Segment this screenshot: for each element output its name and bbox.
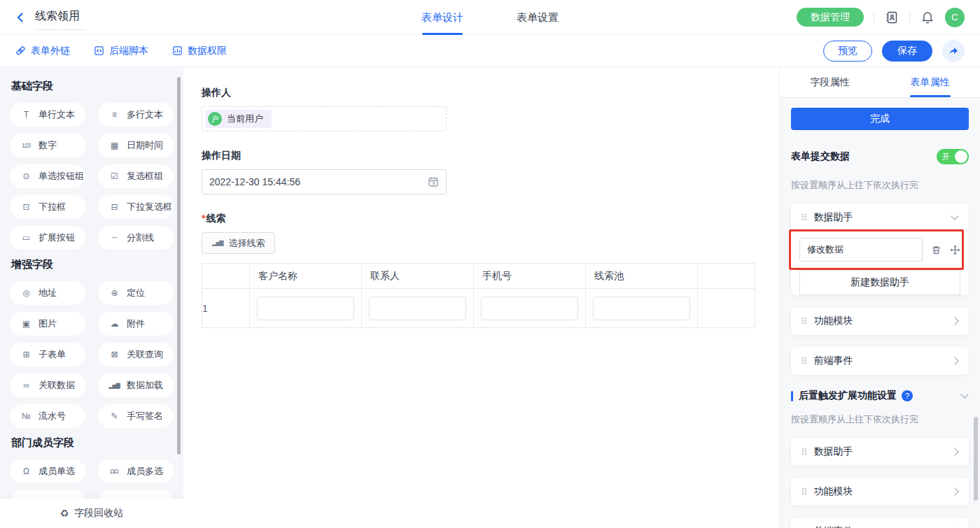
field-item-address[interactable]: ◎地址 (10, 281, 85, 305)
post-trigger-section-header[interactable]: 后置触发扩展功能设置 ? (791, 390, 969, 402)
field-item-label: 复选框组 (127, 170, 163, 183)
field-item-label: 数字 (38, 139, 57, 152)
help-icon[interactable]: ? (902, 390, 913, 401)
submit-data-toggle[interactable]: 开 (937, 149, 969, 164)
field-item-data-load[interactable]: ▂▅▇数据加载 (98, 373, 174, 397)
move-icon[interactable] (949, 244, 960, 255)
field-recycle-bin[interactable]: ♻ 字段回收站 (0, 499, 183, 528)
tab-field-properties[interactable]: 字段属性 (780, 67, 880, 97)
post-data-assistant-header[interactable]: ⠿ 数据助手 (791, 438, 969, 466)
field-item-linked-data[interactable]: ∞关联数据 (10, 373, 85, 397)
calendar-icon[interactable] (428, 176, 439, 187)
section-accent-bar (791, 391, 793, 401)
field-item-datetime[interactable]: ▦日期时间 (98, 134, 174, 157)
tab-form-settings[interactable]: 表单设置 (517, 0, 559, 35)
date-label: 操作日期 (202, 150, 779, 162)
tab-form-properties[interactable]: 表单属性 (880, 67, 980, 97)
drag-handle-icon[interactable]: ⠿ (801, 447, 808, 457)
table-cell (474, 289, 586, 328)
field-item-radio-group[interactable]: ⊙单选按钮组 (10, 164, 85, 188)
drag-handle-icon[interactable]: ⠿ (801, 487, 808, 497)
select-clue-button[interactable]: ▂▅▇ 选择线索 (202, 232, 275, 254)
field-item-select[interactable]: ⊡下拉框 (10, 195, 85, 219)
field-item-multi-select[interactable]: ⊟下拉复选框 (98, 195, 174, 219)
function-module-header[interactable]: ⠿ 功能模块 (791, 307, 969, 335)
tab-form-design[interactable]: 表单设计 (421, 0, 463, 35)
date-field[interactable]: 操作日期 2022-12-30 15:44:56 (202, 150, 779, 194)
panel-scrollbar[interactable] (974, 417, 978, 501)
signature-icon: ✎ (107, 411, 121, 421)
share-arrow-icon (948, 45, 959, 57)
field-item-linked-query[interactable]: ⊠关联查询 (98, 343, 174, 366)
data-permission-link[interactable]: 数据权限 (172, 45, 227, 57)
customer-name-input[interactable] (257, 297, 354, 320)
current-user-tag[interactable]: 户 当前用户 (205, 110, 272, 128)
field-item-label: 关联数据 (38, 379, 75, 392)
field-item-multi-line-text[interactable]: ≡多行文本 (98, 103, 174, 127)
select-icon: ⊡ (19, 202, 33, 212)
field-item-subform[interactable]: ⊞子表单 (10, 343, 85, 366)
share-button[interactable] (942, 40, 965, 62)
field-item-location[interactable]: ⊕定位 (98, 281, 174, 305)
clue-field[interactable]: *线索 ▂▅▇ 选择线索 客户名称 联系人 手机号 线索池 1 (202, 213, 779, 328)
delete-icon[interactable] (930, 244, 941, 255)
clue-table: 客户名称 联系人 手机号 线索池 1 (202, 263, 755, 328)
date-input[interactable]: 2022-12-30 15:44:56 (202, 169, 447, 194)
drag-handle-icon[interactable]: ⠿ (801, 316, 808, 327)
field-item-label: 单选按钮组 (38, 170, 84, 183)
post-function-module-header[interactable]: ⠿ 功能模块 (791, 478, 969, 506)
frontend-event-header[interactable]: ⠿ 前端事件 (791, 347, 969, 375)
form-canvas: 操作人 户 当前用户 操作日期 2022-12-30 15:44:56 (183, 67, 779, 528)
operator-value-box[interactable]: 户 当前用户 (202, 106, 447, 131)
new-data-assistant-button[interactable]: 新建数据助手 (799, 270, 960, 295)
back-icon[interactable] (13, 10, 28, 25)
phone-input[interactable] (481, 297, 578, 320)
clue-pool-input[interactable] (593, 297, 690, 320)
recycle-icon: ♻ (60, 508, 69, 519)
field-item-label: 下拉框 (38, 201, 66, 213)
field-item-checkbox-group[interactable]: ☑复选框组 (98, 164, 174, 188)
contact-input[interactable] (369, 297, 466, 320)
post-frontend-event-header[interactable]: ⠿ 前端事件 (791, 518, 969, 528)
field-item-extend-button[interactable]: ▭扩展按钮 (10, 226, 85, 250)
field-item-divider[interactable]: ┄分割线 (98, 226, 174, 250)
field-item-member-multi[interactable]: ΩΩ成员多选 (98, 459, 174, 483)
field-item-serial-number[interactable]: №流水号 (10, 404, 85, 428)
field-item-image[interactable]: ▣图片 (10, 312, 85, 336)
preview-button[interactable]: 预览 (823, 41, 872, 62)
data-manage-button[interactable]: 数据管理 (797, 8, 864, 27)
data-assistant-label: 数据助手 (814, 211, 946, 224)
drag-handle-icon[interactable]: ⠿ (801, 213, 808, 223)
field-item-single-line-text[interactable]: T单行文本 (10, 103, 85, 127)
save-button[interactable]: 保存 (882, 41, 932, 62)
column-header-empty (698, 264, 755, 289)
field-item-label: 子表单 (38, 348, 66, 361)
form-external-link[interactable]: 表单外链 (15, 45, 70, 57)
single-line-text-icon: T (19, 110, 33, 120)
post-function-module-label: 功能模块 (814, 485, 946, 498)
panel-tabs: 字段属性 表单属性 (780, 67, 980, 98)
post-frontend-event-label: 前端事件 (814, 525, 946, 528)
field-item-attachment[interactable]: ☁附件 (98, 312, 174, 336)
drag-handle-icon[interactable]: ⠿ (801, 356, 808, 366)
modify-data-entry[interactable]: 修改数据 (799, 238, 923, 262)
data-load-icon: ▂▅▇ (212, 240, 223, 246)
operator-field[interactable]: 操作人 户 当前用户 (202, 87, 779, 131)
table-cell (586, 289, 698, 328)
notification-bell-icon[interactable] (920, 10, 935, 25)
divider-icon: ┄ (107, 233, 121, 243)
backend-script-link[interactable]: 后端脚本 (94, 45, 148, 57)
field-item-member-single[interactable]: Ω成员单选 (10, 459, 85, 483)
sidebar-scrollbar[interactable] (177, 77, 181, 455)
form-title[interactable]: 线索领用 (35, 9, 80, 25)
field-item-signature[interactable]: ✎手写签名 (98, 404, 174, 428)
backend-script-icon (94, 45, 104, 56)
done-button[interactable]: 完成 (791, 108, 969, 130)
contacts-icon[interactable] (884, 10, 899, 25)
operator-label: 操作人 (202, 87, 779, 99)
clue-label-text: 线索 (206, 213, 225, 224)
field-item-label: 数据加载 (127, 379, 163, 392)
field-item-number[interactable]: 123数字 (10, 134, 85, 157)
data-assistant-header[interactable]: ⠿ 数据助手 (791, 204, 969, 231)
user-avatar[interactable]: C (945, 8, 965, 27)
